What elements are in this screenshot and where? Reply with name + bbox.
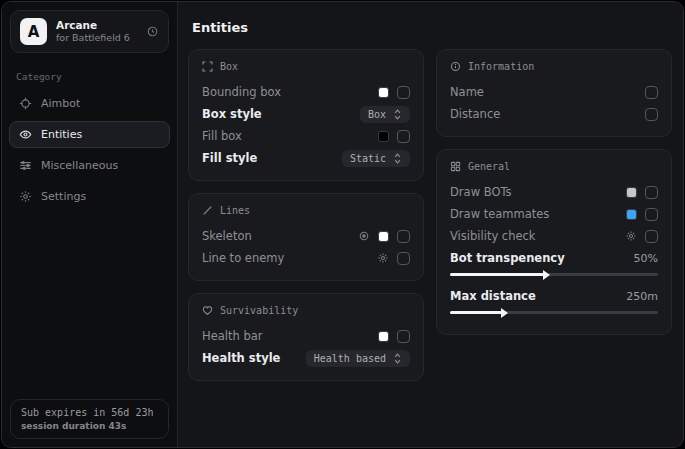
grid-icon [450, 161, 461, 172]
card-title: Survivability [220, 305, 298, 316]
setting-row: Bot transpenency 50% [450, 247, 658, 269]
card-title: Box [220, 61, 238, 72]
setting-row: Bounding box [202, 81, 410, 103]
sidebar-item-settings[interactable]: Settings [9, 183, 170, 210]
checkbox[interactable] [645, 186, 658, 199]
max-distance-slider[interactable] [450, 311, 658, 314]
checkbox[interactable] [397, 230, 410, 243]
checkbox[interactable] [645, 208, 658, 221]
setting-label: Line to enemy [202, 251, 284, 265]
fill-style-dropdown[interactable]: Static [342, 150, 410, 167]
brand-card: A Arcane for Battlefield 6 [10, 10, 169, 53]
setting-label: Visibility check [450, 229, 536, 243]
setting-row: Visibility check [450, 225, 658, 247]
color-swatch[interactable] [626, 209, 637, 220]
checkbox[interactable] [645, 86, 658, 99]
sidebar-item-aimbot[interactable]: Aimbot [9, 90, 170, 117]
chevron-updown-icon [393, 353, 402, 364]
setting-row: Draw teammates [450, 203, 658, 225]
checkbox[interactable] [397, 330, 410, 343]
gear-icon[interactable] [625, 230, 637, 242]
color-swatch[interactable] [378, 87, 389, 98]
card-title: General [468, 161, 510, 172]
refresh-icon[interactable] [146, 25, 159, 38]
right-column: Information Name Distance [436, 49, 672, 381]
setting-label: Name [450, 85, 484, 99]
setting-label: Box style [202, 107, 262, 121]
dropdown-value: Box [368, 109, 386, 120]
chevron-updown-icon [393, 153, 402, 164]
setting-label: Fill box [202, 129, 242, 143]
card-title: Information [468, 61, 534, 72]
eye-icon [19, 128, 32, 141]
checkbox[interactable] [645, 108, 658, 121]
box-corners-icon [202, 61, 213, 72]
sidebar-item-miscellaneous[interactable]: Miscellaneous [9, 152, 170, 179]
sub-expiry-text: Sub expires in 56d 23h [21, 407, 158, 418]
setting-row: Distance [450, 103, 658, 125]
lines-card: Lines Skeleton [188, 193, 424, 281]
setting-label: Bounding box [202, 85, 281, 99]
sliders-icon [19, 159, 32, 172]
setting-label: Draw teammates [450, 207, 549, 221]
bot-transparency-slider[interactable] [450, 273, 658, 276]
gear-icon [19, 190, 32, 203]
main-panel: Entities Box Bounding box [178, 2, 683, 447]
information-card: Information Name Distance [436, 49, 672, 137]
slider-value: 50% [634, 252, 658, 265]
setting-row: Health style Health based [202, 347, 410, 369]
setting-label: Health style [202, 351, 280, 365]
setting-row: Box style Box [202, 103, 410, 125]
color-swatch[interactable] [378, 131, 389, 142]
checkbox[interactable] [397, 252, 410, 265]
sidebar-item-label: Aimbot [41, 97, 80, 110]
info-icon [450, 61, 461, 72]
sidebar-item-label: Miscellaneous [41, 159, 118, 172]
color-swatch[interactable] [378, 231, 389, 242]
setting-row: Health bar [202, 325, 410, 347]
brand-subtitle: for Battlefield 6 [56, 32, 137, 44]
diagonal-line-icon [202, 205, 213, 216]
slider-fill [450, 273, 544, 276]
dropdown-value: Health based [314, 353, 386, 364]
sidebar-item-label: Entities [41, 128, 82, 141]
box-card: Box Bounding box Box style Box [188, 49, 424, 181]
setting-label: Health bar [202, 329, 263, 343]
card-title: Lines [220, 205, 250, 216]
page-title: Entities [192, 20, 672, 35]
general-card: General Draw BOTs Draw teammates [436, 149, 672, 335]
survivability-card: Survivability Health bar Health style He… [188, 293, 424, 381]
setting-label: Draw BOTs [450, 185, 512, 199]
sidebar-item-entities[interactable]: Entities [9, 121, 170, 148]
checkbox[interactable] [645, 230, 658, 243]
sidebar-item-label: Settings [41, 190, 86, 203]
target-settings-icon[interactable] [358, 230, 370, 242]
session-duration-text: session duration 43s [21, 421, 158, 431]
setting-label: Bot transpenency [450, 251, 565, 265]
color-swatch[interactable] [378, 331, 389, 342]
slider-value: 250m [626, 290, 658, 303]
category-label: Category [16, 71, 163, 82]
setting-row: Fill box [202, 125, 410, 147]
color-swatch[interactable] [626, 187, 637, 198]
box-style-dropdown[interactable]: Box [360, 106, 410, 123]
setting-label: Fill style [202, 151, 257, 165]
chevron-updown-icon [393, 109, 402, 120]
brand-name: Arcane [56, 19, 137, 32]
setting-row: Fill style Static [202, 147, 410, 169]
heart-icon [202, 305, 213, 316]
setting-label: Skeleton [202, 229, 252, 243]
app-logo: A [20, 18, 47, 45]
slider-fill [450, 311, 502, 314]
setting-row: Skeleton [202, 225, 410, 247]
dropdown-value: Static [350, 153, 386, 164]
checkbox[interactable] [397, 130, 410, 143]
gear-icon[interactable] [377, 252, 389, 264]
health-style-dropdown[interactable]: Health based [306, 350, 410, 367]
sidebar-nav: Aimbot Entities Miscellaneous [2, 88, 177, 212]
subscription-card: Sub expires in 56d 23h session duration … [10, 399, 169, 439]
setting-row: Name [450, 81, 658, 103]
checkbox[interactable] [397, 86, 410, 99]
setting-label: Distance [450, 107, 500, 121]
setting-label: Max distance [450, 289, 536, 303]
